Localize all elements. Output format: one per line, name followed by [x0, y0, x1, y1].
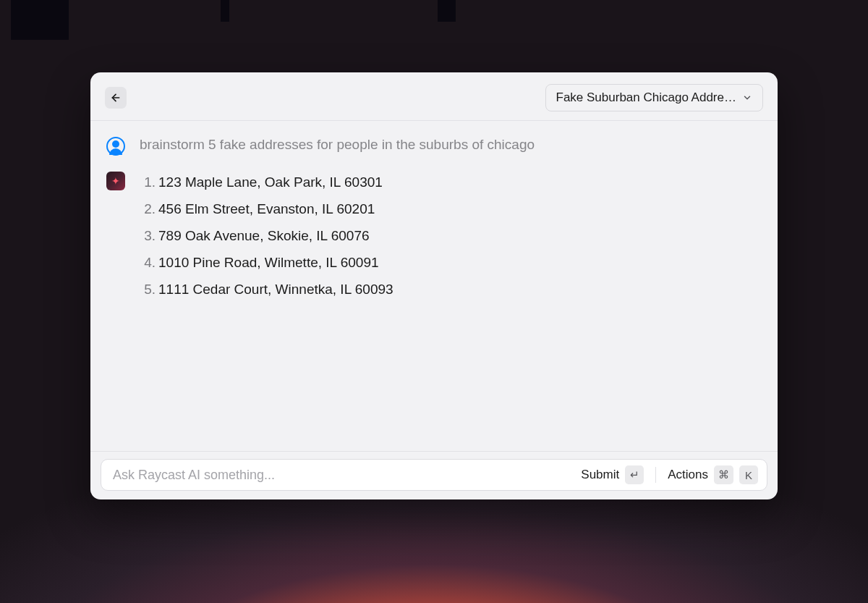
- user-avatar-icon: [106, 137, 125, 156]
- raycast-window: Fake Suburban Chicago Addre… brainstorm …: [90, 72, 778, 499]
- prompt-input[interactable]: [113, 468, 574, 483]
- chevron-down-icon: [742, 93, 752, 103]
- vertical-separator: [655, 467, 656, 483]
- header-bar: Fake Suburban Chicago Addre…: [90, 72, 778, 120]
- raycast-ai-icon: ✦: [106, 172, 125, 190]
- k-key-icon: K: [739, 465, 758, 484]
- back-button[interactable]: [105, 87, 127, 109]
- list-item: 123 Maple Lane, Oak Park, IL 60301: [140, 169, 393, 195]
- actions-label: Actions: [668, 468, 708, 482]
- ai-response-list: 123 Maple Lane, Oak Park, IL 60301 456 E…: [140, 169, 393, 303]
- command-key-icon: ⌘: [714, 465, 733, 484]
- submit-label: Submit: [581, 468, 619, 482]
- dropdown-label: Fake Suburban Chicago Addre…: [556, 90, 737, 105]
- submit-button[interactable]: Submit ↵: [581, 465, 644, 484]
- list-item: 1111 Cedar Court, Winnetka, IL 60093: [140, 276, 393, 303]
- conversation-content: brainstorm 5 fake addresses for people i…: [90, 121, 778, 451]
- bg-decor: [221, 0, 229, 22]
- input-bar: Submit ↵ Actions ⌘ K: [101, 459, 767, 491]
- ai-message-row: ✦ 123 Maple Lane, Oak Park, IL 60301 456…: [106, 169, 762, 303]
- actions-button[interactable]: Actions ⌘ K: [668, 465, 758, 484]
- bg-decor: [438, 0, 456, 22]
- list-item: 456 Elm Street, Evanston, IL 60201: [140, 195, 393, 222]
- arrow-left-icon: [110, 92, 122, 104]
- user-prompt-text: brainstorm 5 fake addresses for people i…: [140, 135, 535, 155]
- footer: Submit ↵ Actions ⌘ K: [90, 451, 778, 499]
- enter-key-icon: ↵: [625, 465, 644, 484]
- list-item: 789 Oak Avenue, Skokie, IL 60076: [140, 222, 393, 249]
- user-message-row: brainstorm 5 fake addresses for people i…: [106, 135, 762, 156]
- list-item: 1010 Pine Road, Wilmette, IL 60091: [140, 249, 393, 276]
- chat-title-dropdown[interactable]: Fake Suburban Chicago Addre…: [545, 84, 764, 111]
- sparkle-icon: ✦: [111, 175, 120, 187]
- bg-decor: [11, 0, 69, 40]
